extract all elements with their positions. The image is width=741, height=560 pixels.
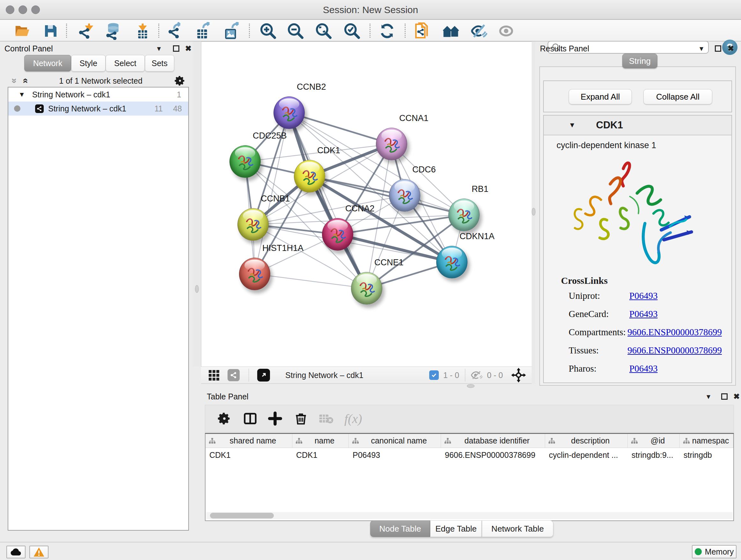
network-node-ccna2[interactable] [322, 218, 353, 251]
table-row[interactable]: CDK1CDK1P064939606.ENSP00000378699cyclin… [205, 448, 733, 462]
table-panel-close-icon[interactable]: ✖ [733, 392, 740, 401]
network-row[interactable]: String Network – cdk1 11 48 [8, 102, 188, 116]
crosslink-value-link[interactable]: 9606.ENSP00000378699 [627, 327, 722, 337]
control-tab-sets[interactable]: Sets [145, 55, 174, 71]
control-tab-select[interactable]: Select [106, 55, 145, 71]
selected-checkbox-icon[interactable] [429, 370, 439, 380]
column-header-shared-name[interactable]: shared name [205, 434, 292, 448]
cloud-status-button[interactable] [6, 546, 25, 558]
column-header--id[interactable]: @id [628, 434, 680, 448]
zoom-out-icon[interactable] [286, 22, 305, 40]
table-tab-node-table[interactable]: Node Table [370, 520, 430, 537]
control-tab-network[interactable]: Network [24, 55, 71, 71]
create-column-plus-icon[interactable] [268, 411, 282, 426]
network-node-rb1[interactable] [448, 199, 480, 231]
zoom-fit-icon[interactable] [314, 22, 333, 40]
results-panel-menu-icon[interactable]: ▾ [699, 44, 703, 53]
show-all-icon[interactable] [497, 22, 515, 40]
crosslink-value-link[interactable]: 9606.ENSP00000378699 [627, 345, 722, 356]
zoom-in-icon[interactable] [259, 22, 277, 40]
expand-all-networks-icon[interactable]: » [10, 78, 19, 84]
results-panel-close-icon[interactable]: ✖ [728, 44, 734, 53]
export-table-icon[interactable] [194, 22, 212, 40]
hidden-items-eye-slash-icon[interactable] [470, 370, 482, 380]
table-cell[interactable]: CDK1 [205, 448, 292, 462]
table-cell[interactable]: stringdb:9... [628, 448, 680, 462]
network-canvas[interactable]: CCNB2CCNA1CDC25BCDK1CDC6RB1CCNB1CCNA2CDK… [201, 42, 532, 367]
crosslink-value-link[interactable]: P06493 [629, 363, 658, 374]
left-splitter[interactable] [193, 42, 201, 367]
collapse-all-networks-icon[interactable]: » [20, 78, 29, 84]
table-tab-network-table[interactable]: Network Table [482, 520, 553, 537]
network-list: ▼ String Network – cdk1 1 String Network… [8, 87, 189, 531]
network-node-cdc6[interactable] [389, 179, 420, 212]
collapse-all-button[interactable]: Collapse All [643, 89, 712, 105]
memory-button[interactable]: Memory [692, 545, 737, 558]
grid-view-icon[interactable] [209, 370, 219, 381]
network-node-cdc25b[interactable] [229, 145, 261, 178]
expand-all-button[interactable]: Expand All [569, 89, 632, 105]
column-header-name[interactable]: name [292, 434, 349, 448]
column-type-icon [444, 437, 451, 444]
table-panel-menu-icon[interactable]: ▾ [706, 392, 711, 401]
bottom-splitter-handle[interactable] [467, 384, 475, 388]
birdseye-navigator-icon[interactable] [511, 368, 526, 382]
open-in-new-window-icon[interactable] [257, 369, 270, 381]
export-network-icon[interactable] [166, 22, 185, 40]
import-table-from-file-icon[interactable] [133, 22, 152, 40]
table-cell[interactable]: 9606.ENSP00000378699 [441, 448, 545, 462]
column-header-description[interactable]: description [545, 434, 628, 448]
control-tab-style[interactable]: Style [71, 55, 106, 71]
first-neighbors-icon[interactable] [442, 22, 460, 40]
network-collection-row[interactable]: ▼ String Network – cdk1 1 [8, 87, 188, 102]
warning-status-button[interactable] [29, 546, 49, 558]
export-image-icon[interactable] [222, 22, 241, 40]
save-session-icon[interactable] [42, 22, 60, 40]
gene-collapse-icon[interactable]: ▼ [569, 121, 576, 129]
netbar-separator [465, 369, 465, 381]
table-panel-float-icon[interactable] [721, 393, 728, 400]
import-network-from-database-icon[interactable] [104, 22, 123, 40]
column-header-database-identifier[interactable]: database identifier [441, 434, 545, 448]
network-node-ccna1[interactable] [376, 128, 407, 160]
network-node-cdk1[interactable] [294, 160, 325, 192]
share-view-icon[interactable] [227, 369, 240, 381]
network-node-ccnb1[interactable] [238, 208, 269, 241]
scrollbar-thumb[interactable] [210, 513, 274, 518]
results-tab-string[interactable]: String [622, 54, 657, 68]
table-tab-edge-table[interactable]: Edge Table [430, 520, 482, 537]
control-panel-close-icon[interactable]: ✖ [185, 44, 192, 53]
crosslink-value-link[interactable]: P06493 [629, 309, 658, 319]
table-options-gear-icon[interactable] [217, 412, 231, 426]
node-label-ccnb2: CCNB2 [297, 82, 326, 92]
table-cell[interactable]: cyclin-dependent ... [545, 448, 628, 462]
control-panel-menu-icon[interactable]: ▾ [157, 44, 161, 53]
column-header-canonical-name[interactable]: canonical name [349, 434, 441, 448]
apply-preferred-layout-icon[interactable] [378, 22, 396, 40]
show-columns-icon[interactable] [243, 411, 258, 426]
open-session-icon[interactable] [13, 22, 31, 40]
table-cell[interactable]: stringdb [680, 448, 733, 462]
import-network-from-file-icon[interactable] [77, 22, 96, 40]
network-node-ccnb2[interactable] [273, 97, 305, 129]
hide-selected-icon[interactable] [469, 22, 488, 40]
right-splitter-handle[interactable] [532, 208, 536, 215]
table-cell[interactable]: CDK1 [292, 448, 349, 462]
network-options-gear-icon[interactable] [174, 75, 186, 86]
network-node-hist1h1a[interactable] [239, 258, 270, 290]
gene-section-header[interactable]: ▼ CDK1 [544, 116, 731, 135]
delete-column-trash-icon[interactable] [294, 412, 308, 426]
results-panel-float-icon[interactable] [715, 45, 721, 52]
table-horizontal-scrollbar[interactable] [206, 512, 733, 519]
left-splitter-handle[interactable] [195, 285, 199, 293]
network-node-ccne1[interactable] [351, 272, 382, 305]
network-node-cdkn1a[interactable] [436, 246, 468, 278]
column-header-namespac[interactable]: namespac [680, 434, 733, 448]
control-panel-header: Control Panel ▾ ✖ [4, 44, 195, 55]
zoom-selected-icon[interactable] [343, 22, 361, 40]
table-cell[interactable]: P06493 [349, 448, 441, 462]
new-network-from-selection-icon[interactable] [413, 22, 431, 40]
control-panel-float-icon[interactable] [173, 45, 179, 52]
crosslink-value-link[interactable]: P06493 [629, 291, 658, 301]
tree-expander-icon[interactable]: ▼ [18, 91, 25, 98]
